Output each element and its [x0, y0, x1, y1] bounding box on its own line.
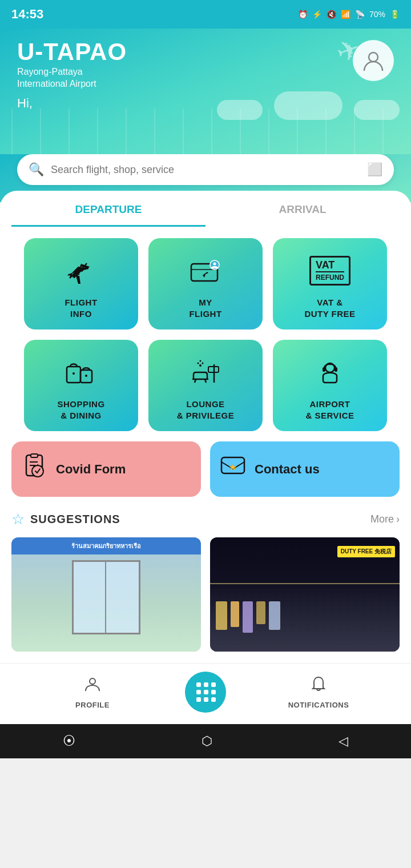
- flight-tabs: DEPARTURE ARRIVAL: [11, 191, 400, 227]
- flight-info-icon: [64, 258, 98, 291]
- status-icons: ⏰ ⚡ 🔇 📶 📡 70% 🔋: [298, 10, 400, 19]
- airport-service-icon: [313, 359, 346, 393]
- svg-point-7: [72, 372, 75, 375]
- contact-us-button[interactable]: Contact us: [210, 441, 400, 497]
- hero-section: U-TAPAO Rayong-Pattaya International Air…: [0, 29, 411, 154]
- airport-service-label: AIRPORT & SERVICE: [305, 399, 354, 421]
- contact-icon: [219, 453, 247, 485]
- android-back-icon[interactable]: ⦿: [63, 734, 75, 749]
- more-link[interactable]: More ›: [370, 513, 400, 525]
- status-time: 14:53: [11, 7, 43, 22]
- tab-departure[interactable]: DEPARTURE: [11, 191, 206, 227]
- lounge-label: LOUNGE & PRIVILEGE: [177, 399, 235, 421]
- airport-code: U-TAPAO: [17, 40, 127, 64]
- nav-notifications-label: NOTIFICATIONS: [288, 701, 349, 709]
- signal-icon: 📡: [355, 10, 365, 19]
- vat-icon: VAT REFUND: [309, 256, 350, 291]
- grid-row-1: FLIGHT INFO MY FLIGHT: [11, 238, 400, 329]
- search-icon: 🔍: [29, 162, 44, 177]
- my-flight-button[interactable]: MY FLIGHT: [148, 238, 263, 329]
- airport-subtitle: Rayong-Pattaya International Airport: [17, 66, 127, 90]
- bell-icon: [309, 675, 328, 697]
- svg-point-0: [369, 53, 378, 62]
- nav-notifications[interactable]: NOTIFICATIONS: [226, 675, 411, 709]
- vat-label: VAT & DUTY FREE: [304, 297, 355, 319]
- tab-arrival[interactable]: ARRIVAL: [206, 191, 400, 227]
- chevron-right-icon: ›: [396, 513, 400, 525]
- covid-form-button[interactable]: Covid Form: [11, 441, 201, 497]
- suggestion-card-1[interactable]: ร้านสมาคมภริยาทหารเรือ: [11, 537, 201, 652]
- svg-rect-17: [335, 367, 337, 372]
- svg-point-13: [202, 363, 204, 364]
- search-input[interactable]: [51, 164, 360, 176]
- battery-text: 70%: [369, 10, 385, 19]
- android-recents-icon[interactable]: ◁: [339, 734, 348, 749]
- svg-point-28: [90, 678, 95, 684]
- vat-button[interactable]: VAT REFUND VAT & DUTY FREE: [273, 238, 387, 329]
- wifi-icon: 📶: [341, 10, 350, 19]
- covid-icon: [21, 453, 48, 485]
- contact-us-label: Contact us: [255, 462, 320, 477]
- skyline-decoration: [0, 108, 411, 154]
- nav-profile[interactable]: PROFILE: [0, 675, 185, 709]
- main-content: DEPARTURE ARRIVAL FLIGH: [0, 191, 411, 663]
- shopping-label: SHOPPING & DINING: [57, 399, 104, 421]
- android-home-icon[interactable]: ⬡: [202, 734, 212, 749]
- my-flight-icon: [188, 258, 223, 291]
- svg-rect-26: [31, 454, 38, 457]
- suggestions-images: ร้านสมาคมภริยาทหารเรือ DUTY FREE 免税店: [11, 537, 400, 652]
- svg-point-4: [213, 263, 216, 266]
- suggestions-title: SUGGESTIONS: [30, 513, 120, 526]
- svg-rect-16: [323, 367, 325, 372]
- svg-point-8: [85, 375, 87, 377]
- flight-info-button[interactable]: FLIGHT INFO: [24, 238, 138, 329]
- battery-icon: 🔋: [390, 10, 400, 19]
- bottom-nav: PROFILE NOTIFICATIONS: [0, 663, 411, 724]
- shopping-button[interactable]: SHOPPING & DINING: [24, 340, 138, 431]
- scan-icon[interactable]: ⬜: [367, 162, 382, 177]
- grid-row-2: SHOPPING & DINING: [11, 340, 400, 431]
- svg-point-14: [200, 360, 202, 362]
- nav-home-button[interactable]: [185, 672, 226, 713]
- nav-profile-label: PROFILE: [75, 701, 110, 709]
- covid-form-label: Covid Form: [56, 462, 126, 477]
- shopping-icon: [65, 359, 98, 393]
- profile-icon: [83, 675, 102, 697]
- svg-point-12: [198, 363, 199, 364]
- alarm-icon: ⏰: [298, 10, 308, 19]
- action-row: Covid Form Contact us: [11, 441, 400, 497]
- suggestions-star-icon: ☆: [11, 511, 25, 528]
- android-nav-bar: ⦿ ⬡ ◁: [0, 724, 411, 758]
- svg-point-11: [199, 364, 202, 367]
- flight-info-label: FLIGHT INFO: [65, 297, 97, 319]
- suggestions-header: ☆ SUGGESTIONS More ›: [11, 511, 400, 528]
- mute-icon: 🔇: [327, 10, 336, 19]
- search-bar[interactable]: 🔍 ⬜: [17, 154, 394, 185]
- grid-icon: [196, 682, 215, 702]
- lounge-button[interactable]: LOUNGE & PRIVILEGE: [148, 340, 263, 431]
- status-bar: 14:53 ⏰ ⚡ 🔇 📶 📡 70% 🔋: [0, 0, 411, 29]
- airport-service-button[interactable]: AIRPORT & SERVICE: [273, 340, 387, 431]
- lounge-icon: [189, 359, 222, 393]
- my-flight-label: MY FLIGHT: [189, 297, 221, 319]
- bluetooth-icon: ⚡: [312, 10, 322, 19]
- suggestion-card-2[interactable]: DUTY FREE 免税店: [210, 537, 400, 652]
